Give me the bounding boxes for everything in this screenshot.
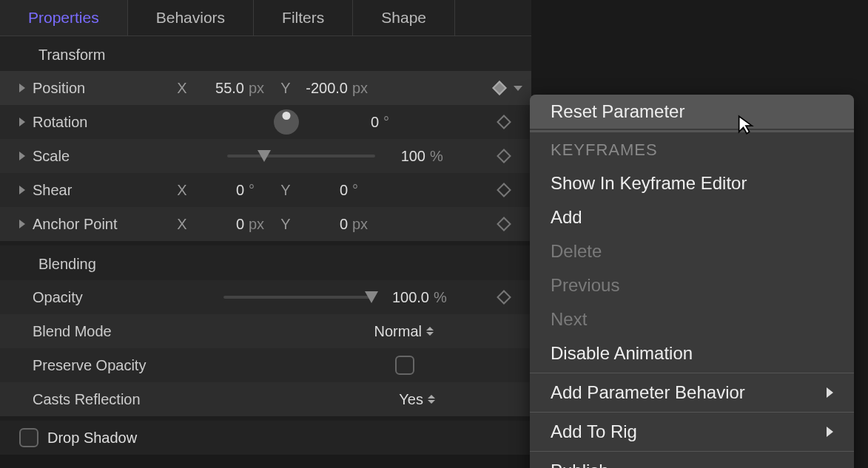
position-x-unit: px <box>244 80 269 97</box>
axis-x-label: X <box>173 216 191 233</box>
tab-filters[interactable]: Filters <box>254 0 353 35</box>
position-y-value[interactable]: -200.0 <box>295 80 348 97</box>
param-casts-row[interactable]: Casts Reflection Yes <box>0 382 531 416</box>
menu-header-keyframes: KEYFRAMES <box>530 134 854 166</box>
menu-separator <box>530 373 854 373</box>
scale-slider[interactable] <box>227 155 375 157</box>
keyframe-diamond-icon[interactable] <box>497 115 511 129</box>
menu-reset-parameter[interactable]: Reset Parameter <box>530 95 854 129</box>
anchor-y-value[interactable]: 0 <box>295 216 348 233</box>
menu-add-to-rig[interactable]: Add To Rig <box>530 415 854 449</box>
tab-properties[interactable]: Properties <box>0 0 128 35</box>
submenu-arrow-icon <box>827 387 833 398</box>
menu-delete-keyframe: Delete <box>530 234 854 268</box>
opacity-unit: % <box>429 289 454 306</box>
keyframe-diamond-icon[interactable] <box>497 217 511 231</box>
menu-disable-animation[interactable]: Disable Animation <box>530 336 854 370</box>
position-y-unit: px <box>348 80 373 97</box>
param-scale-row[interactable]: Scale 100 % <box>0 139 531 173</box>
param-label-shear: Shear <box>33 182 173 199</box>
param-preserve-row[interactable]: Preserve Opacity <box>0 348 531 382</box>
param-label-rotation: Rotation <box>33 114 173 131</box>
context-menu: Reset Parameter KEYFRAMES Show In Keyfra… <box>530 95 854 468</box>
param-label-casts: Casts Reflection <box>33 391 225 408</box>
opacity-value[interactable]: 100.0 <box>377 289 429 306</box>
menu-separator <box>530 130 854 132</box>
param-label-preserve: Preserve Opacity <box>33 357 225 374</box>
menu-add-keyframe[interactable]: Add <box>530 200 854 234</box>
tab-shape[interactable]: Shape <box>353 0 455 35</box>
param-label-dropshadow: Drop Shadow <box>47 430 137 447</box>
select-arrows-icon[interactable] <box>426 327 434 336</box>
shear-y-value[interactable]: 0 <box>295 182 348 199</box>
section-blending-header: Blending <box>0 245 531 280</box>
axis-y-label: Y <box>277 80 295 97</box>
keyframe-diamond-icon[interactable] <box>497 290 511 305</box>
cursor-pointer-icon <box>736 115 756 135</box>
rotation-unit: ° <box>379 114 404 131</box>
menu-separator <box>530 412 854 413</box>
disclosure-icon[interactable] <box>19 186 25 194</box>
menu-publish[interactable]: Publish <box>530 454 854 468</box>
param-label-anchor: Anchor Point <box>33 216 173 233</box>
axis-x-label: X <box>173 182 191 199</box>
axis-y-label: Y <box>277 182 295 199</box>
menu-previous-keyframe: Previous <box>530 268 854 302</box>
shear-x-unit: ° <box>244 182 269 199</box>
disclosure-icon[interactable] <box>19 152 25 160</box>
param-shear-row[interactable]: Shear X 0 ° Y 0 ° <box>0 173 531 207</box>
scale-value[interactable]: 100 <box>381 148 425 165</box>
rotation-value[interactable]: 0 <box>305 114 379 131</box>
inspector-panel: Properties Behaviors Filters Shape Trans… <box>0 0 531 455</box>
axis-y-label: Y <box>277 216 295 233</box>
param-anchor-row[interactable]: Anchor Point X 0 px Y 0 px <box>0 207 531 241</box>
keyframe-diamond-icon[interactable] <box>497 149 511 163</box>
shear-x-value[interactable]: 0 <box>191 182 244 199</box>
opacity-slider[interactable] <box>223 296 371 299</box>
disclosure-icon[interactable] <box>19 118 25 126</box>
keyframe-diamond-icon[interactable] <box>492 81 507 95</box>
section-transform-header: Transform <box>0 36 531 71</box>
menu-next-keyframe: Next <box>530 302 854 336</box>
param-label-blendmode: Blend Mode <box>33 323 173 340</box>
tab-behaviors[interactable]: Behaviors <box>128 0 254 35</box>
rotation-dial[interactable] <box>274 109 299 135</box>
param-label-position: Position <box>33 80 173 97</box>
position-x-value[interactable]: 55.0 <box>191 80 244 97</box>
anchor-x-unit: px <box>244 216 269 233</box>
anchor-y-unit: px <box>348 216 373 233</box>
param-rotation-row[interactable]: Rotation 0 ° <box>0 105 531 139</box>
select-arrows-icon[interactable] <box>428 395 435 404</box>
menu-separator <box>530 451 854 452</box>
preserve-opacity-checkbox[interactable] <box>395 356 414 375</box>
casts-value[interactable]: Yes <box>399 391 423 408</box>
param-dropshadow-row[interactable]: Drop Shadow <box>0 421 531 455</box>
menu-show-keyframe-editor[interactable]: Show In Keyframe Editor <box>530 166 854 200</box>
param-label-opacity: Opacity <box>33 289 173 306</box>
blendmode-value[interactable]: Normal <box>374 323 422 340</box>
param-opacity-row[interactable]: Opacity 100.0 % <box>0 280 531 314</box>
disclosure-icon[interactable] <box>19 84 25 92</box>
submenu-arrow-icon <box>827 427 833 437</box>
keyframe-diamond-icon[interactable] <box>497 183 511 197</box>
axis-x-label: X <box>173 80 191 97</box>
menu-add-parameter-behavior[interactable]: Add Parameter Behavior <box>530 376 854 410</box>
shear-y-unit: ° <box>348 182 373 199</box>
param-position-row[interactable]: Position X 55.0 px Y -200.0 px <box>0 71 531 105</box>
param-blendmode-row[interactable]: Blend Mode Normal <box>0 314 531 348</box>
disclosure-icon[interactable] <box>19 220 25 228</box>
scale-unit: % <box>425 148 451 165</box>
tab-bar: Properties Behaviors Filters Shape <box>0 0 531 36</box>
anchor-x-value[interactable]: 0 <box>191 216 244 233</box>
chevron-down-icon[interactable] <box>514 86 522 91</box>
param-label-scale: Scale <box>33 148 173 165</box>
drop-shadow-checkbox[interactable] <box>19 428 38 447</box>
